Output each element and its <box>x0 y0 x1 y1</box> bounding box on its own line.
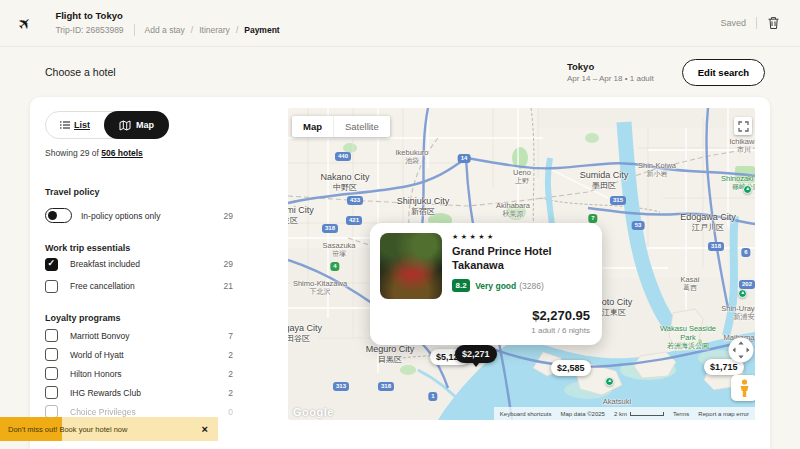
review-count: (3286) <box>519 281 544 291</box>
breadcrumb-itinerary[interactable]: Itinerary <box>199 25 230 35</box>
map-container[interactable]: Nakano City 中野区 Shinjuku City 新宿区 Sumida… <box>288 108 755 420</box>
filter-count: 7 <box>228 331 233 341</box>
results-count: Showing 29 of 506 hotels <box>45 148 233 158</box>
map-type-satellite-button[interactable]: Satellite <box>333 116 390 137</box>
filter-row[interactable]: World of Hyatt 2 <box>45 345 233 364</box>
checkbox[interactable] <box>45 329 58 342</box>
filter-count: 2 <box>228 388 233 398</box>
report-map-error-link[interactable]: Report a map error <box>698 411 749 417</box>
park-poi-icon[interactable] <box>605 377 614 386</box>
hotel-photo[interactable] <box>380 233 442 299</box>
rating-badge: 8.2 <box>452 279 470 292</box>
results-panel: List Map Showing 29 of 506 hotels Travel… <box>30 97 770 449</box>
checkbox[interactable] <box>45 280 58 293</box>
hotel-price: $2,270.95 <box>531 308 590 323</box>
keyboard-shortcuts-link[interactable]: Keyboard shortcuts <box>500 411 552 417</box>
promo-toast-text: Don't miss out! Book your hotel now <box>8 425 127 434</box>
price-caption: 1 adult / 6 nights <box>531 326 590 335</box>
pegman-control[interactable] <box>731 375 755 401</box>
filter-count: 0 <box>228 407 233 417</box>
sub-header: Choose a hotel Tokyo Apr 14 – Apr 18 • 1… <box>0 47 800 97</box>
map-type-control: Map Satellite <box>292 116 390 137</box>
travel-policy-heading: Travel policy <box>45 187 233 197</box>
map-view-button[interactable]: Map <box>104 111 169 139</box>
top-bar: ✈ Flight to Tokyo Trip-ID: 26853989 Add … <box>0 0 800 47</box>
hotel-card[interactable]: ★★★★★ Grand Prince Hotel Takanawa 8.2 Ve… <box>370 223 602 345</box>
airplane-icon: ✈ <box>13 12 36 35</box>
date-summary: Apr 14 – Apr 18 • 1 adult <box>567 74 654 83</box>
promo-toast: Don't miss out! Book your hotel now × <box>0 417 218 441</box>
trip-meta: Flight to Tokyo Trip-ID: 26853989 Add a … <box>55 10 279 36</box>
hotel-price-pin[interactable]: $2,271 <box>455 345 497 363</box>
filter-count: 29 <box>224 259 233 269</box>
hotel-stars: ★★★★★ <box>452 233 592 241</box>
loyalty-heading: Loyalty programs <box>45 313 233 323</box>
edit-search-button[interactable]: Edit search <box>682 59 765 86</box>
map-icon <box>119 120 131 131</box>
pegman-icon <box>739 379 750 398</box>
filter-row[interactable]: IHG Rewards Club 2 <box>45 383 233 402</box>
checkbox[interactable] <box>45 348 58 361</box>
toast-close-icon[interactable]: × <box>202 423 208 435</box>
trash-icon <box>767 16 780 30</box>
filters-sidebar: List Map Showing 29 of 506 hotels Travel… <box>45 111 233 421</box>
map-data-label: Map data ©2025 <box>561 411 605 417</box>
search-summary: Tokyo Apr 14 – Apr 18 • 1 adult <box>567 61 654 83</box>
hotel-name: Grand Prince Hotel Takanawa <box>452 244 602 272</box>
filter-count: 2 <box>228 350 233 360</box>
filter-label: Choice Privileges <box>70 407 136 417</box>
pan-arrows-icon <box>728 337 754 363</box>
checkbox[interactable] <box>45 386 58 399</box>
map-pan-control[interactable] <box>728 337 754 367</box>
breadcrumb: Add a stay / Itinerary / Payment <box>145 25 280 35</box>
trip-title: Flight to Tokyo <box>55 10 279 21</box>
breadcrumb-payment[interactable]: Payment <box>244 25 279 35</box>
filter-row[interactable]: Free cancellation 21 <box>45 275 233 297</box>
essentials-list: Breakfast included 29 Free cancellation … <box>45 253 233 297</box>
loyalty-list: Marriott Bonvoy 7 World of Hyatt 2 Hilto… <box>45 326 233 421</box>
divider <box>134 24 135 36</box>
google-logo: Google <box>293 406 334 418</box>
checkbox[interactable] <box>45 258 58 271</box>
filter-label: Breakfast included <box>70 259 140 269</box>
delete-trip-button[interactable] <box>767 16 780 30</box>
in-policy-filter-row[interactable]: In-policy options only 29 <box>45 208 233 223</box>
terms-link[interactable]: Terms <box>673 411 689 417</box>
list-view-button[interactable]: List <box>46 120 104 130</box>
filter-row[interactable]: Marriott Bonvoy 7 <box>45 326 233 345</box>
hotel-price-pin[interactable]: $2,585 <box>551 360 591 376</box>
filter-row[interactable]: Breakfast included 29 <box>45 253 233 275</box>
breadcrumb-separator: / <box>191 25 193 35</box>
view-toggle: List Map <box>45 111 169 139</box>
rating-text: Very good <box>475 281 516 291</box>
essentials-heading: Work trip essentials <box>45 243 233 253</box>
results-count-link[interactable]: 506 hotels <box>101 148 143 158</box>
divider <box>756 17 757 29</box>
map-attribution: Keyboard shortcuts Map data ©2025 2 km T… <box>494 407 755 420</box>
filter-count: 21 <box>224 281 233 291</box>
map-view-label: Map <box>136 120 154 130</box>
fullscreen-button[interactable] <box>734 117 752 135</box>
filter-label: Hilton Honors <box>70 369 122 379</box>
scale-label: 2 km <box>614 411 627 417</box>
page-title: Choose a hotel <box>45 66 116 78</box>
list-icon <box>60 121 70 129</box>
fullscreen-icon <box>738 121 749 132</box>
filter-label: Marriott Bonvoy <box>70 331 130 341</box>
in-policy-label: In-policy options only <box>81 211 160 221</box>
saved-status: Saved <box>720 18 746 28</box>
scale-bar <box>630 412 664 416</box>
trip-id: Trip-ID: 26853989 <box>55 25 123 35</box>
park-poi-icon[interactable] <box>738 289 747 298</box>
breadcrumb-add-a-stay[interactable]: Add a stay <box>145 25 185 35</box>
in-policy-toggle[interactable] <box>45 208 72 223</box>
destination: Tokyo <box>567 61 654 72</box>
filter-row[interactable]: Hilton Honors 2 <box>45 364 233 383</box>
checkbox[interactable] <box>45 367 58 380</box>
filter-label: IHG Rewards Club <box>70 388 141 398</box>
breadcrumb-separator: / <box>236 25 238 35</box>
filter-label: Free cancellation <box>70 281 135 291</box>
park-poi-icon[interactable] <box>743 185 752 194</box>
filter-count: 2 <box>228 369 233 379</box>
map-type-map-button[interactable]: Map <box>292 121 333 132</box>
